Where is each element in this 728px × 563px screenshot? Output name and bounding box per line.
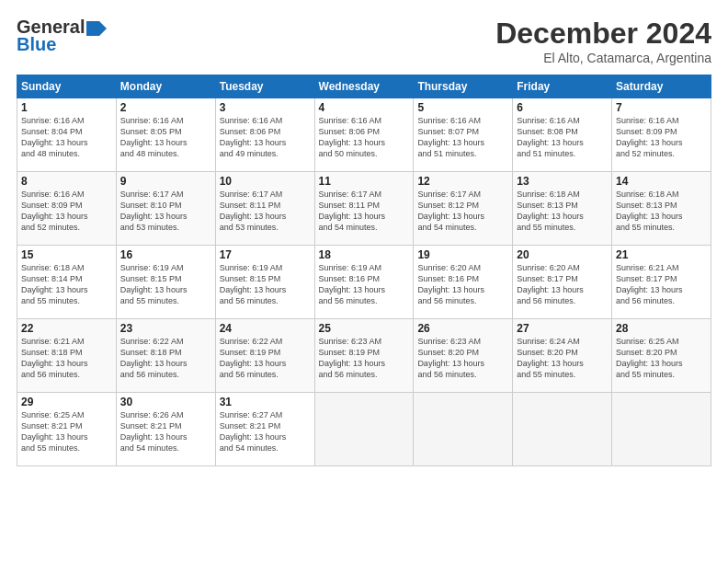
month-title: December 2024 (495, 17, 711, 51)
day-info: Sunrise: 6:16 AMSunset: 8:08 PMDaylight:… (517, 115, 608, 160)
day-number: 14 (616, 175, 707, 188)
day-info: Sunrise: 6:17 AMSunset: 8:11 PMDaylight:… (319, 189, 410, 234)
calendar-cell: 10Sunrise: 6:17 AMSunset: 8:11 PMDayligh… (215, 172, 314, 246)
location: El Alto, Catamarca, Argentina (495, 51, 711, 65)
page: General Blue December 2024 El Alto, Cata… (0, 0, 728, 563)
day-info: Sunrise: 6:25 AMSunset: 8:20 PMDaylight:… (616, 336, 707, 381)
calendar-cell: 14Sunrise: 6:18 AMSunset: 8:13 PMDayligh… (612, 172, 711, 246)
calendar-cell: 6Sunrise: 6:16 AMSunset: 8:08 PMDaylight… (513, 98, 612, 172)
day-number: 7 (616, 101, 707, 114)
calendar-cell: 25Sunrise: 6:23 AMSunset: 8:19 PMDayligh… (314, 319, 414, 393)
day-info: Sunrise: 6:18 AMSunset: 8:13 PMDaylight:… (517, 189, 608, 234)
day-number: 13 (517, 175, 608, 188)
calendar-cell: 2Sunrise: 6:16 AMSunset: 8:05 PMDaylight… (116, 98, 215, 172)
calendar-cell (314, 393, 414, 466)
calendar-cell: 1Sunrise: 6:16 AMSunset: 8:04 PMDaylight… (17, 98, 117, 172)
day-number: 9 (120, 175, 211, 188)
day-number: 1 (21, 101, 112, 114)
day-number: 21 (616, 248, 707, 261)
calendar-cell: 31Sunrise: 6:27 AMSunset: 8:21 PMDayligh… (215, 393, 314, 466)
day-info: Sunrise: 6:25 AMSunset: 8:21 PMDaylight:… (21, 409, 112, 454)
day-number: 12 (417, 175, 508, 188)
day-number: 4 (319, 101, 410, 114)
col-header-saturday: Saturday (612, 75, 711, 98)
col-header-wednesday: Wednesday (314, 75, 414, 98)
svg-marker-0 (86, 21, 107, 36)
day-info: Sunrise: 6:16 AMSunset: 8:05 PMDaylight:… (120, 115, 211, 160)
calendar-week-3: 15Sunrise: 6:18 AMSunset: 8:14 PMDayligh… (17, 246, 711, 319)
calendar-cell: 11Sunrise: 6:17 AMSunset: 8:11 PMDayligh… (314, 172, 414, 246)
day-info: Sunrise: 6:16 AMSunset: 8:07 PMDaylight:… (417, 115, 508, 160)
day-info: Sunrise: 6:19 AMSunset: 8:15 PMDaylight:… (220, 262, 311, 307)
calendar-cell: 27Sunrise: 6:24 AMSunset: 8:20 PMDayligh… (513, 319, 612, 393)
day-number: 29 (21, 396, 112, 408)
title-block: December 2024 El Alto, Catamarca, Argent… (495, 17, 711, 65)
day-info: Sunrise: 6:17 AMSunset: 8:12 PMDaylight:… (417, 189, 508, 234)
day-number: 11 (319, 175, 410, 188)
day-number: 22 (21, 322, 112, 335)
calendar-cell: 30Sunrise: 6:26 AMSunset: 8:21 PMDayligh… (116, 393, 215, 466)
calendar-cell (414, 393, 513, 466)
day-info: Sunrise: 6:23 AMSunset: 8:19 PMDaylight:… (319, 336, 410, 381)
day-number: 3 (220, 101, 311, 114)
day-info: Sunrise: 6:20 AMSunset: 8:17 PMDaylight:… (517, 262, 608, 307)
day-number: 5 (417, 101, 508, 114)
calendar-cell: 8Sunrise: 6:16 AMSunset: 8:09 PMDaylight… (17, 172, 117, 246)
day-info: Sunrise: 6:21 AMSunset: 8:17 PMDaylight:… (616, 262, 707, 307)
day-info: Sunrise: 6:26 AMSunset: 8:21 PMDaylight:… (120, 409, 211, 454)
day-number: 27 (517, 322, 608, 335)
logo-icon (86, 21, 107, 36)
day-number: 20 (517, 248, 608, 261)
calendar-cell: 19Sunrise: 6:20 AMSunset: 8:16 PMDayligh… (414, 246, 513, 319)
day-number: 17 (220, 248, 311, 261)
header: General Blue December 2024 El Alto, Cata… (17, 17, 711, 65)
day-number: 31 (220, 396, 311, 408)
calendar-cell (513, 393, 612, 466)
day-number: 19 (417, 248, 508, 261)
day-number: 18 (319, 248, 410, 261)
day-info: Sunrise: 6:20 AMSunset: 8:16 PMDaylight:… (417, 262, 508, 307)
day-info: Sunrise: 6:21 AMSunset: 8:18 PMDaylight:… (21, 336, 112, 381)
calendar-cell: 28Sunrise: 6:25 AMSunset: 8:20 PMDayligh… (612, 319, 711, 393)
day-info: Sunrise: 6:27 AMSunset: 8:21 PMDaylight:… (220, 409, 311, 454)
calendar-header-row: SundayMondayTuesdayWednesdayThursdayFrid… (17, 75, 711, 98)
calendar-table: SundayMondayTuesdayWednesdayThursdayFrid… (17, 75, 711, 466)
logo: General Blue (17, 17, 107, 55)
col-header-monday: Monday (116, 75, 215, 98)
day-info: Sunrise: 6:19 AMSunset: 8:16 PMDaylight:… (319, 262, 410, 307)
logo-blue: Blue (17, 34, 56, 55)
calendar-cell: 24Sunrise: 6:22 AMSunset: 8:19 PMDayligh… (215, 319, 314, 393)
day-number: 23 (120, 322, 211, 335)
day-number: 16 (120, 248, 211, 261)
calendar-cell: 26Sunrise: 6:23 AMSunset: 8:20 PMDayligh… (414, 319, 513, 393)
calendar-cell: 21Sunrise: 6:21 AMSunset: 8:17 PMDayligh… (612, 246, 711, 319)
day-number: 30 (120, 396, 211, 408)
calendar-cell: 4Sunrise: 6:16 AMSunset: 8:06 PMDaylight… (314, 98, 414, 172)
calendar-cell: 20Sunrise: 6:20 AMSunset: 8:17 PMDayligh… (513, 246, 612, 319)
calendar-cell: 3Sunrise: 6:16 AMSunset: 8:06 PMDaylight… (215, 98, 314, 172)
day-info: Sunrise: 6:16 AMSunset: 8:06 PMDaylight:… (220, 115, 311, 160)
day-info: Sunrise: 6:16 AMSunset: 8:09 PMDaylight:… (616, 115, 707, 160)
day-info: Sunrise: 6:17 AMSunset: 8:11 PMDaylight:… (220, 189, 311, 234)
day-info: Sunrise: 6:23 AMSunset: 8:20 PMDaylight:… (417, 336, 508, 381)
calendar-cell: 22Sunrise: 6:21 AMSunset: 8:18 PMDayligh… (17, 319, 117, 393)
day-number: 25 (319, 322, 410, 335)
col-header-thursday: Thursday (414, 75, 513, 98)
day-info: Sunrise: 6:19 AMSunset: 8:15 PMDaylight:… (120, 262, 211, 307)
day-number: 10 (220, 175, 311, 188)
day-info: Sunrise: 6:24 AMSunset: 8:20 PMDaylight:… (517, 336, 608, 381)
calendar-cell: 15Sunrise: 6:18 AMSunset: 8:14 PMDayligh… (17, 246, 117, 319)
day-number: 26 (417, 322, 508, 335)
day-number: 15 (21, 248, 112, 261)
day-info: Sunrise: 6:17 AMSunset: 8:10 PMDaylight:… (120, 189, 211, 234)
day-info: Sunrise: 6:18 AMSunset: 8:13 PMDaylight:… (616, 189, 707, 234)
day-info: Sunrise: 6:16 AMSunset: 8:06 PMDaylight:… (319, 115, 410, 160)
col-header-friday: Friday (513, 75, 612, 98)
calendar-cell: 7Sunrise: 6:16 AMSunset: 8:09 PMDaylight… (612, 98, 711, 172)
day-number: 2 (120, 101, 211, 114)
calendar-week-2: 8Sunrise: 6:16 AMSunset: 8:09 PMDaylight… (17, 172, 711, 246)
calendar-cell: 29Sunrise: 6:25 AMSunset: 8:21 PMDayligh… (17, 393, 117, 466)
day-number: 28 (616, 322, 707, 335)
calendar-cell: 16Sunrise: 6:19 AMSunset: 8:15 PMDayligh… (116, 246, 215, 319)
day-info: Sunrise: 6:22 AMSunset: 8:19 PMDaylight:… (220, 336, 311, 381)
